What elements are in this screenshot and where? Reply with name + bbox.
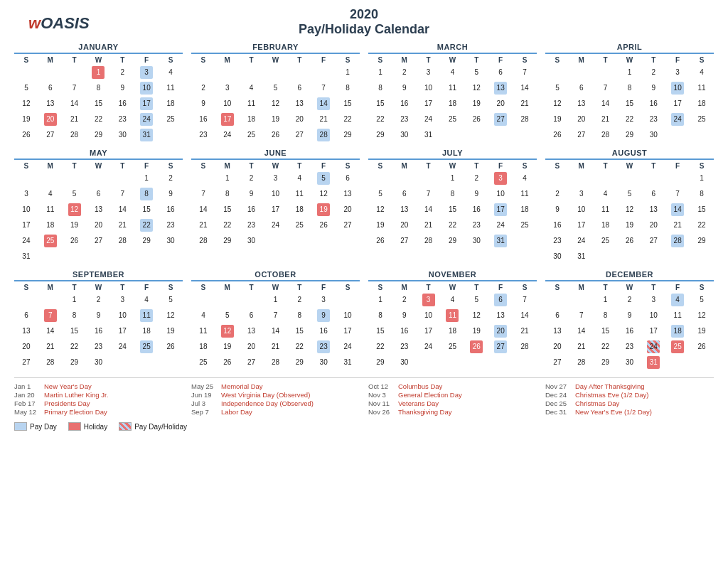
day-header: T <box>594 283 618 292</box>
calendar-day: 12 <box>618 202 642 217</box>
calendar-day: 9 <box>87 308 111 323</box>
calendar-day: 2 <box>87 292 111 308</box>
calendar-day: 24 <box>417 112 441 127</box>
day-header: W <box>264 283 288 292</box>
footnote-col-3: Nov 27Day After ThanksgivingDec 24Christ… <box>545 382 714 417</box>
calendar-day: 29 <box>87 127 111 143</box>
calendar-day: 13 <box>569 96 594 112</box>
calendar-day: 18 <box>240 112 264 127</box>
calendar-day <box>110 171 134 186</box>
day-header: W <box>618 55 642 65</box>
calendar-day: 24 <box>417 339 441 355</box>
calendar-day: 19 <box>368 217 392 233</box>
calendar-day: 24 <box>641 339 665 355</box>
day-header: T <box>464 55 488 65</box>
calendar-day: 15 <box>336 96 360 112</box>
calendar-day <box>240 292 264 308</box>
calendar-day <box>690 249 714 264</box>
calendar-day <box>110 249 134 264</box>
calendar-day: 29 <box>336 127 360 143</box>
calendar-day: 26 <box>63 233 87 249</box>
month-title-september: SEPTEMBER <box>14 270 183 281</box>
calendar-day: 3 <box>264 171 288 186</box>
calendar-day: 30 <box>311 355 336 370</box>
calendar-day: 30 <box>464 233 488 249</box>
month-june: JUNESMTWTFS12345678910111213141516171819… <box>191 149 360 264</box>
footnote-col-0: Jan 1New Year's DayJan 20Martin Luther K… <box>14 382 183 417</box>
calendar-day: 3 <box>488 171 513 186</box>
footnote-row: Dec 24Christmas Eve (1/2 Day) <box>545 391 714 399</box>
calendar-day: 7 <box>191 186 215 202</box>
calendar-day: 3 <box>665 65 690 80</box>
day-header: T <box>110 161 134 171</box>
calendar-day: 4 <box>38 186 63 202</box>
calendar-day <box>368 171 392 186</box>
month-title-june: JUNE <box>191 149 360 160</box>
calendar-day: 29 <box>215 233 240 249</box>
day-header: T <box>464 161 488 171</box>
calendar-day: 3 <box>417 292 441 308</box>
footnote-date: Jul 3 <box>191 399 218 407</box>
month-november: NOVEMBERSMTWTFS1234567891011121314151617… <box>368 270 537 370</box>
calendar-day: 27 <box>87 233 111 249</box>
calendar-table: SMTWTFS123456789101112131415161718192021… <box>14 161 183 264</box>
calendar-day: 12 <box>545 96 569 112</box>
calendar-day: 11 <box>134 308 159 323</box>
calendar-day: 12 <box>311 186 336 202</box>
calendar-day: 4 <box>594 186 618 202</box>
calendar-day: 6 <box>336 171 360 186</box>
footnote-row: Jul 3Independence Day (Observed) <box>191 399 360 407</box>
calendar-day: 6 <box>14 308 38 323</box>
calendar-day: 13 <box>545 323 569 339</box>
calendar-day <box>87 249 111 264</box>
day-header: S <box>336 55 360 65</box>
calendar-day: 23 <box>618 339 642 355</box>
calendar-day: 5 <box>545 80 569 96</box>
footnote-row: Jun 19West Virginia Day (Observed) <box>191 391 360 399</box>
calendar-day: 23 <box>87 339 111 355</box>
day-header: M <box>569 161 594 171</box>
calendar-day: 16 <box>392 323 417 339</box>
calendar-day: 30 <box>240 233 264 249</box>
footnote-row: Nov 26Thanksgiving Day <box>368 408 537 416</box>
month-may: MAYSMTWTFS123456789101112131415161718192… <box>14 149 183 264</box>
calendar-day: 21 <box>63 112 87 127</box>
calendar-day: 12 <box>215 323 240 339</box>
calendar-day: 24 <box>264 217 288 233</box>
calendar-day <box>665 171 690 186</box>
calendar-day: 27 <box>38 127 63 143</box>
calendar-day: 16 <box>641 96 665 112</box>
legend: Pay Day Holiday Pay Day/Holiday <box>14 422 714 431</box>
day-header: T <box>641 283 665 292</box>
calendar-day: 6 <box>569 80 594 96</box>
calendar-day <box>191 171 215 186</box>
calendar-day: 19 <box>14 112 38 127</box>
calendar-day: 14 <box>513 80 537 96</box>
footnote-row: Dec 25Christmas Day <box>545 399 714 407</box>
day-header: W <box>87 55 111 65</box>
footnote-label: Day After Thanksgiving <box>575 382 645 390</box>
day-header: S <box>191 283 215 292</box>
day-header: W <box>441 283 465 292</box>
calendar-day: 13 <box>38 96 63 112</box>
calendar-day: 6 <box>488 292 513 308</box>
calendar-day <box>665 127 690 143</box>
calendar-day <box>287 65 311 80</box>
calendar-day: 4 <box>441 292 465 308</box>
calendar-day: 22 <box>690 217 714 233</box>
calendar-day: 25 <box>38 233 63 249</box>
calendar-day: 1 <box>87 65 111 80</box>
legend-pay-holiday-box <box>119 422 132 431</box>
day-header: S <box>159 283 183 292</box>
calendar-day: 25 <box>134 339 159 355</box>
calendar-day: 1 <box>264 292 288 308</box>
calendar-day: 6 <box>240 308 264 323</box>
day-header: T <box>63 55 87 65</box>
calendar-day: 20 <box>240 339 264 355</box>
calendar-day: 2 <box>240 171 264 186</box>
page-year: 2020 <box>14 7 714 22</box>
calendar-day: 16 <box>464 202 488 217</box>
day-header: S <box>513 55 537 65</box>
calendar-day: 19 <box>264 112 288 127</box>
calendar-day: 28 <box>38 355 63 370</box>
